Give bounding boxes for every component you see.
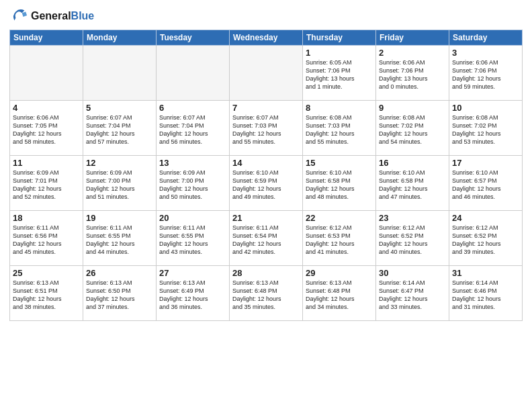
day-number: 25 <box>13 268 80 278</box>
calendar-cell <box>10 46 83 101</box>
cell-info: Sunrise: 6:14 AM Sunset: 6:46 PM Dayligh… <box>452 279 519 312</box>
cell-info: Sunrise: 6:09 AM Sunset: 7:01 PM Dayligh… <box>13 169 80 201</box>
calendar-cell: 18Sunrise: 6:11 AM Sunset: 6:56 PM Dayli… <box>10 211 83 266</box>
calendar-cell: 21Sunrise: 6:11 AM Sunset: 6:54 PM Dayli… <box>230 211 303 266</box>
calendar-cell: 27Sunrise: 6:13 AM Sunset: 6:49 PM Dayli… <box>157 266 230 321</box>
cell-info: Sunrise: 6:14 AM Sunset: 6:47 PM Dayligh… <box>379 279 446 312</box>
calendar-cell: 12Sunrise: 6:09 AM Sunset: 7:00 PM Dayli… <box>83 156 157 211</box>
calendar-cell: 6Sunrise: 6:07 AM Sunset: 7:04 PM Daylig… <box>157 101 230 156</box>
cell-info: Sunrise: 6:11 AM Sunset: 6:56 PM Dayligh… <box>13 224 80 257</box>
day-number: 21 <box>232 213 300 223</box>
calendar-cell: 28Sunrise: 6:13 AM Sunset: 6:48 PM Dayli… <box>230 266 303 321</box>
cell-info: Sunrise: 6:11 AM Sunset: 6:55 PM Dayligh… <box>86 224 153 257</box>
day-number: 10 <box>452 103 519 113</box>
cell-info: Sunrise: 6:12 AM Sunset: 6:52 PM Dayligh… <box>452 224 519 257</box>
day-number: 31 <box>452 268 519 278</box>
calendar-cell: 15Sunrise: 6:10 AM Sunset: 6:58 PM Dayli… <box>303 156 376 211</box>
cell-info: Sunrise: 6:10 AM Sunset: 6:58 PM Dayligh… <box>306 169 373 201</box>
calendar-cell: 17Sunrise: 6:10 AM Sunset: 6:57 PM Dayli… <box>449 156 523 211</box>
cell-info: Sunrise: 6:06 AM Sunset: 7:05 PM Dayligh… <box>13 113 80 146</box>
cell-info: Sunrise: 6:10 AM Sunset: 6:59 PM Dayligh… <box>232 169 300 201</box>
cell-info: Sunrise: 6:13 AM Sunset: 6:51 PM Dayligh… <box>13 279 80 312</box>
day-number: 7 <box>232 103 300 113</box>
cell-info: Sunrise: 6:12 AM Sunset: 6:53 PM Dayligh… <box>306 224 373 257</box>
day-header-thursday: Thursday <box>303 30 376 46</box>
day-number: 14 <box>232 158 300 168</box>
cell-info: Sunrise: 6:05 AM Sunset: 7:06 PM Dayligh… <box>306 58 373 91</box>
calendar-cell: 31Sunrise: 6:14 AM Sunset: 6:46 PM Dayli… <box>449 266 523 321</box>
cell-info: Sunrise: 6:08 AM Sunset: 7:03 PM Dayligh… <box>306 113 373 146</box>
day-number: 17 <box>452 158 519 168</box>
calendar-cell: 4Sunrise: 6:06 AM Sunset: 7:05 PM Daylig… <box>10 101 83 156</box>
calendar-cell: 13Sunrise: 6:09 AM Sunset: 7:00 PM Dayli… <box>157 156 230 211</box>
cell-info: Sunrise: 6:13 AM Sunset: 6:48 PM Dayligh… <box>306 279 373 312</box>
cell-info: Sunrise: 6:07 AM Sunset: 7:03 PM Dayligh… <box>232 113 300 146</box>
cell-info: Sunrise: 6:11 AM Sunset: 6:54 PM Dayligh… <box>232 224 300 257</box>
calendar-cell: 20Sunrise: 6:11 AM Sunset: 6:55 PM Dayli… <box>157 211 230 266</box>
day-header-friday: Friday <box>376 30 449 46</box>
calendar-cell: 23Sunrise: 6:12 AM Sunset: 6:52 PM Dayli… <box>376 211 449 266</box>
day-number: 18 <box>13 213 80 223</box>
logo-icon <box>9 7 28 26</box>
day-number: 2 <box>379 48 446 58</box>
calendar-cell: 19Sunrise: 6:11 AM Sunset: 6:55 PM Dayli… <box>83 211 157 266</box>
day-number: 27 <box>159 268 226 278</box>
day-number: 23 <box>379 213 446 223</box>
calendar-cell: 9Sunrise: 6:08 AM Sunset: 7:02 PM Daylig… <box>376 101 449 156</box>
cell-info: Sunrise: 6:07 AM Sunset: 7:04 PM Dayligh… <box>159 113 226 146</box>
calendar-cell: 26Sunrise: 6:13 AM Sunset: 6:50 PM Dayli… <box>83 266 157 321</box>
cell-info: Sunrise: 6:13 AM Sunset: 6:49 PM Dayligh… <box>159 279 226 312</box>
calendar-cell: 7Sunrise: 6:07 AM Sunset: 7:03 PM Daylig… <box>230 101 303 156</box>
day-number: 5 <box>86 103 153 113</box>
page: GeneralBlue SundayMondayTuesdayWednesday… <box>0 0 532 411</box>
calendar-cell: 1Sunrise: 6:05 AM Sunset: 7:06 PM Daylig… <box>303 46 376 101</box>
day-number: 19 <box>86 213 153 223</box>
calendar-cell: 24Sunrise: 6:12 AM Sunset: 6:52 PM Dayli… <box>449 211 523 266</box>
calendar-cell: 10Sunrise: 6:08 AM Sunset: 7:02 PM Dayli… <box>449 101 523 156</box>
day-number: 22 <box>306 213 373 223</box>
day-number: 4 <box>13 103 80 113</box>
day-number: 1 <box>306 48 373 58</box>
cell-info: Sunrise: 6:08 AM Sunset: 7:02 PM Dayligh… <box>379 113 446 146</box>
calendar-cell <box>83 46 157 101</box>
calendar-cell: 11Sunrise: 6:09 AM Sunset: 7:01 PM Dayli… <box>10 156 83 211</box>
day-header-monday: Monday <box>83 30 157 46</box>
cell-info: Sunrise: 6:10 AM Sunset: 6:57 PM Dayligh… <box>452 169 519 201</box>
cell-info: Sunrise: 6:08 AM Sunset: 7:02 PM Dayligh… <box>452 113 519 146</box>
header: GeneralBlue <box>9 7 523 26</box>
calendar-cell: 29Sunrise: 6:13 AM Sunset: 6:48 PM Dayli… <box>303 266 376 321</box>
day-number: 12 <box>86 158 153 168</box>
calendar-cell: 5Sunrise: 6:07 AM Sunset: 7:04 PM Daylig… <box>83 101 157 156</box>
calendar-cell: 22Sunrise: 6:12 AM Sunset: 6:53 PM Dayli… <box>303 211 376 266</box>
day-number: 20 <box>159 213 226 223</box>
calendar-table: SundayMondayTuesdayWednesdayThursdayFrid… <box>9 30 523 321</box>
calendar-cell: 30Sunrise: 6:14 AM Sunset: 6:47 PM Dayli… <box>376 266 449 321</box>
cell-info: Sunrise: 6:10 AM Sunset: 6:58 PM Dayligh… <box>379 169 446 201</box>
calendar-cell: 8Sunrise: 6:08 AM Sunset: 7:03 PM Daylig… <box>303 101 376 156</box>
cell-info: Sunrise: 6:12 AM Sunset: 6:52 PM Dayligh… <box>379 224 446 257</box>
calendar-week-3: 18Sunrise: 6:11 AM Sunset: 6:56 PM Dayli… <box>10 211 523 266</box>
day-number: 13 <box>159 158 226 168</box>
calendar-week-2: 11Sunrise: 6:09 AM Sunset: 7:01 PM Dayli… <box>10 156 523 211</box>
day-number: 11 <box>13 158 80 168</box>
day-header-wednesday: Wednesday <box>230 30 303 46</box>
cell-info: Sunrise: 6:06 AM Sunset: 7:06 PM Dayligh… <box>452 58 519 91</box>
calendar-week-1: 4Sunrise: 6:06 AM Sunset: 7:05 PM Daylig… <box>10 101 523 156</box>
day-number: 8 <box>306 103 373 113</box>
svg-rect-0 <box>9 7 28 26</box>
day-number: 28 <box>232 268 300 278</box>
cell-info: Sunrise: 6:13 AM Sunset: 6:48 PM Dayligh… <box>232 279 300 312</box>
day-header-sunday: Sunday <box>10 30 83 46</box>
day-number: 16 <box>379 158 446 168</box>
cell-info: Sunrise: 6:09 AM Sunset: 7:00 PM Dayligh… <box>159 169 226 201</box>
logo-text: GeneralBlue <box>31 10 94 22</box>
cell-info: Sunrise: 6:11 AM Sunset: 6:55 PM Dayligh… <box>159 224 226 257</box>
day-number: 30 <box>379 268 446 278</box>
calendar-week-0: 1Sunrise: 6:05 AM Sunset: 7:06 PM Daylig… <box>10 46 523 101</box>
day-number: 9 <box>379 103 446 113</box>
calendar-cell: 2Sunrise: 6:06 AM Sunset: 7:06 PM Daylig… <box>376 46 449 101</box>
day-number: 15 <box>306 158 373 168</box>
cell-info: Sunrise: 6:13 AM Sunset: 6:50 PM Dayligh… <box>86 279 153 312</box>
calendar-cell: 16Sunrise: 6:10 AM Sunset: 6:58 PM Dayli… <box>376 156 449 211</box>
day-number: 6 <box>159 103 226 113</box>
